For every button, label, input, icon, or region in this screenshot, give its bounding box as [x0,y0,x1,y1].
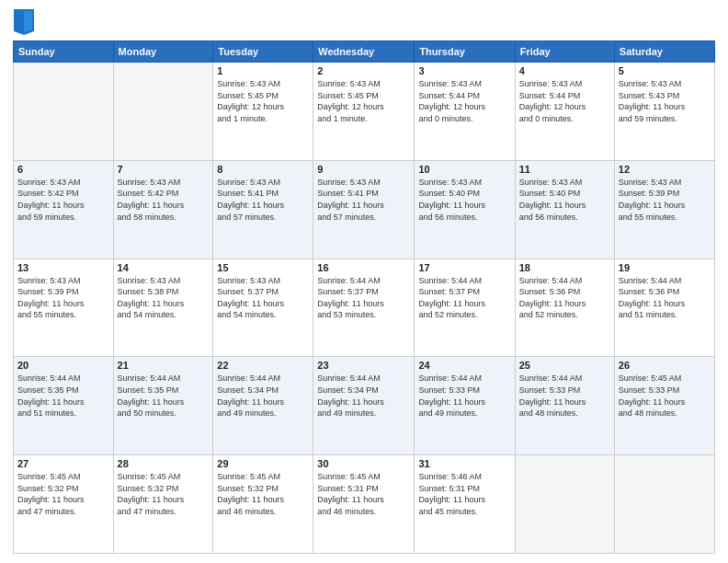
calendar-cell: 5Sunrise: 5:43 AM Sunset: 5:43 PM Daylig… [614,63,714,161]
calendar-cell: 2Sunrise: 5:43 AM Sunset: 5:45 PM Daylig… [313,63,415,161]
calendar-cell: 27Sunrise: 5:45 AM Sunset: 5:32 PM Dayli… [14,455,114,554]
day-number: 23 [317,360,410,371]
day-number: 15 [217,262,309,273]
day-info: Sunrise: 5:45 AM Sunset: 5:33 PM Dayligh… [619,373,711,419]
logo-icon [14,9,34,35]
calendar-cell: 19Sunrise: 5:44 AM Sunset: 5:36 PM Dayli… [614,259,714,357]
weekday-header-sunday: Sunday [14,41,114,63]
day-number: 10 [418,164,510,175]
day-info: Sunrise: 5:46 AM Sunset: 5:31 PM Dayligh… [418,471,510,517]
day-info: Sunrise: 5:43 AM Sunset: 5:45 PM Dayligh… [317,78,410,124]
day-info: Sunrise: 5:43 AM Sunset: 5:39 PM Dayligh… [619,177,711,223]
calendar-cell: 18Sunrise: 5:44 AM Sunset: 5:36 PM Dayli… [515,259,614,357]
weekday-header-tuesday: Tuesday [213,41,313,63]
day-info: Sunrise: 5:43 AM Sunset: 5:45 PM Dayligh… [217,78,309,124]
day-info: Sunrise: 5:43 AM Sunset: 5:41 PM Dayligh… [217,177,309,223]
calendar-cell: 17Sunrise: 5:44 AM Sunset: 5:37 PM Dayli… [415,259,515,357]
calendar-cell: 9Sunrise: 5:43 AM Sunset: 5:41 PM Daylig… [313,160,415,259]
day-number: 29 [217,458,309,469]
day-number: 11 [519,164,610,175]
calendar-cell: 12Sunrise: 5:43 AM Sunset: 5:39 PM Dayli… [614,160,714,259]
day-number: 3 [418,65,510,76]
calendar-table: SundayMondayTuesdayWednesdayThursdayFrid… [13,40,715,554]
day-info: Sunrise: 5:44 AM Sunset: 5:34 PM Dayligh… [317,373,410,419]
day-info: Sunrise: 5:43 AM Sunset: 5:44 PM Dayligh… [418,78,510,124]
day-info: Sunrise: 5:43 AM Sunset: 5:42 PM Dayligh… [118,177,210,223]
day-info: Sunrise: 5:43 AM Sunset: 5:39 PM Dayligh… [17,275,109,321]
calendar-cell: 20Sunrise: 5:44 AM Sunset: 5:35 PM Dayli… [14,357,114,455]
calendar-cell: 29Sunrise: 5:45 AM Sunset: 5:32 PM Dayli… [213,455,313,554]
day-number: 1 [217,65,309,76]
calendar-cell: 16Sunrise: 5:44 AM Sunset: 5:37 PM Dayli… [313,259,415,357]
calendar-cell: 21Sunrise: 5:44 AM Sunset: 5:35 PM Dayli… [113,357,213,455]
calendar-cell: 24Sunrise: 5:44 AM Sunset: 5:33 PM Dayli… [415,357,515,455]
weekday-header-saturday: Saturday [614,41,714,63]
calendar-cell: 11Sunrise: 5:43 AM Sunset: 5:40 PM Dayli… [515,160,614,259]
calendar-cell: 25Sunrise: 5:44 AM Sunset: 5:33 PM Dayli… [515,357,614,455]
calendar-cell [14,63,114,161]
day-number: 30 [317,458,410,469]
day-info: Sunrise: 5:43 AM Sunset: 5:43 PM Dayligh… [619,78,711,124]
day-info: Sunrise: 5:43 AM Sunset: 5:40 PM Dayligh… [418,177,510,223]
day-number: 14 [118,262,210,273]
day-number: 31 [418,458,510,469]
day-info: Sunrise: 5:43 AM Sunset: 5:41 PM Dayligh… [317,177,410,223]
day-number: 27 [17,458,109,469]
calendar-cell: 23Sunrise: 5:44 AM Sunset: 5:34 PM Dayli… [313,357,415,455]
day-number: 5 [619,65,711,76]
logo [13,13,34,35]
day-info: Sunrise: 5:44 AM Sunset: 5:33 PM Dayligh… [519,373,610,419]
day-number: 20 [17,360,109,371]
week-row-4: 20Sunrise: 5:44 AM Sunset: 5:35 PM Dayli… [14,357,715,455]
day-number: 6 [17,164,109,175]
weekday-header-friday: Friday [515,41,614,63]
calendar-cell: 3Sunrise: 5:43 AM Sunset: 5:44 PM Daylig… [415,63,515,161]
calendar-cell: 13Sunrise: 5:43 AM Sunset: 5:39 PM Dayli… [14,259,114,357]
week-row-1: 1Sunrise: 5:43 AM Sunset: 5:45 PM Daylig… [14,63,715,161]
week-row-2: 6Sunrise: 5:43 AM Sunset: 5:42 PM Daylig… [14,160,715,259]
day-number: 4 [519,65,610,76]
svg-marker-1 [24,11,32,33]
calendar-cell: 31Sunrise: 5:46 AM Sunset: 5:31 PM Dayli… [415,455,515,554]
day-number: 16 [317,262,410,273]
calendar-cell: 15Sunrise: 5:43 AM Sunset: 5:37 PM Dayli… [213,259,313,357]
page: SundayMondayTuesdayWednesdayThursdayFrid… [0,0,728,563]
weekday-header-thursday: Thursday [415,41,515,63]
day-number: 26 [619,360,711,371]
day-number: 24 [418,360,510,371]
day-info: Sunrise: 5:44 AM Sunset: 5:34 PM Dayligh… [217,373,309,419]
weekday-header-row: SundayMondayTuesdayWednesdayThursdayFrid… [14,41,715,63]
day-info: Sunrise: 5:43 AM Sunset: 5:37 PM Dayligh… [217,275,309,321]
day-number: 9 [317,164,410,175]
day-info: Sunrise: 5:45 AM Sunset: 5:31 PM Dayligh… [317,471,410,517]
day-info: Sunrise: 5:44 AM Sunset: 5:36 PM Dayligh… [619,275,711,321]
day-info: Sunrise: 5:43 AM Sunset: 5:40 PM Dayligh… [519,177,610,223]
calendar-cell: 28Sunrise: 5:45 AM Sunset: 5:32 PM Dayli… [113,455,213,554]
calendar-cell [614,455,714,554]
day-info: Sunrise: 5:45 AM Sunset: 5:32 PM Dayligh… [217,471,309,517]
day-number: 13 [17,262,109,273]
day-info: Sunrise: 5:43 AM Sunset: 5:42 PM Dayligh… [17,177,109,223]
day-number: 8 [217,164,309,175]
calendar-cell [515,455,614,554]
calendar-cell: 26Sunrise: 5:45 AM Sunset: 5:33 PM Dayli… [614,357,714,455]
day-number: 12 [619,164,711,175]
day-number: 22 [217,360,309,371]
week-row-5: 27Sunrise: 5:45 AM Sunset: 5:32 PM Dayli… [14,455,715,554]
calendar-cell: 7Sunrise: 5:43 AM Sunset: 5:42 PM Daylig… [113,160,213,259]
calendar-cell: 10Sunrise: 5:43 AM Sunset: 5:40 PM Dayli… [415,160,515,259]
calendar-cell: 1Sunrise: 5:43 AM Sunset: 5:45 PM Daylig… [213,63,313,161]
day-info: Sunrise: 5:43 AM Sunset: 5:44 PM Dayligh… [519,78,610,124]
day-info: Sunrise: 5:44 AM Sunset: 5:35 PM Dayligh… [118,373,210,419]
day-number: 28 [118,458,210,469]
day-info: Sunrise: 5:44 AM Sunset: 5:36 PM Dayligh… [519,275,610,321]
day-number: 19 [619,262,711,273]
day-info: Sunrise: 5:45 AM Sunset: 5:32 PM Dayligh… [17,471,109,517]
calendar-cell: 4Sunrise: 5:43 AM Sunset: 5:44 PM Daylig… [515,63,614,161]
day-number: 17 [418,262,510,273]
calendar-cell: 8Sunrise: 5:43 AM Sunset: 5:41 PM Daylig… [213,160,313,259]
day-info: Sunrise: 5:45 AM Sunset: 5:32 PM Dayligh… [118,471,210,517]
weekday-header-wednesday: Wednesday [313,41,415,63]
calendar-cell [113,63,213,161]
day-number: 7 [118,164,210,175]
